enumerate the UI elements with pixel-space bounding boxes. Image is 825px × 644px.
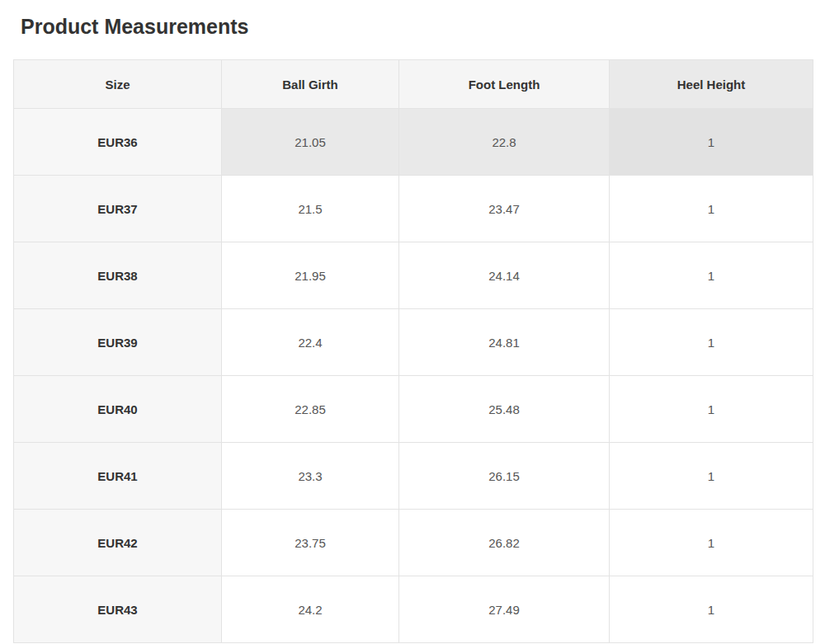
table-row: EUR3621.0522.81 — [14, 109, 813, 176]
ball-girth-cell: 21.05 — [222, 109, 399, 176]
foot-length-cell: 24.14 — [399, 242, 610, 309]
size-cell: EUR43 — [14, 576, 222, 643]
table-row: EUR3721.523.471 — [14, 176, 813, 242]
size-cell: EUR38 — [14, 242, 222, 309]
measurements-table: Size Ball Girth Foot Length Heel Height … — [13, 59, 813, 643]
table-body: EUR3621.0522.81EUR3721.523.471EUR3821.95… — [14, 109, 813, 643]
column-header-foot-length: Foot Length — [399, 60, 610, 109]
column-header-heel-height: Heel Height — [610, 60, 813, 109]
table-row: EUR3922.424.811 — [14, 309, 813, 376]
table-row: EUR4123.326.151 — [14, 443, 813, 510]
foot-length-cell: 26.82 — [399, 510, 610, 576]
table-row: EUR4022.8525.481 — [14, 376, 813, 443]
size-cell: EUR40 — [14, 376, 222, 443]
foot-length-cell: 23.47 — [399, 176, 610, 242]
size-cell: EUR41 — [14, 443, 222, 510]
ball-girth-cell: 21.95 — [222, 242, 399, 309]
heel-height-cell: 1 — [610, 510, 813, 576]
product-measurements-section: Product Measurements Size Ball Girth Foo… — [0, 0, 825, 644]
size-cell: EUR37 — [14, 176, 222, 242]
foot-length-cell: 24.81 — [399, 309, 610, 376]
foot-length-cell: 26.15 — [399, 443, 610, 510]
table-row: EUR3821.9524.141 — [14, 242, 813, 309]
table-row: EUR4223.7526.821 — [14, 510, 813, 576]
size-cell: EUR36 — [14, 109, 222, 176]
table-row: EUR4324.227.491 — [14, 576, 813, 643]
ball-girth-cell: 22.4 — [222, 309, 399, 376]
size-cell: EUR39 — [14, 309, 222, 376]
heel-height-cell: 1 — [610, 576, 813, 643]
heel-height-cell: 1 — [610, 176, 813, 242]
foot-length-cell: 22.8 — [399, 109, 610, 176]
foot-length-cell: 27.49 — [399, 576, 610, 643]
size-cell: EUR42 — [14, 510, 222, 576]
heel-height-cell: 1 — [610, 242, 813, 309]
section-title: Product Measurements — [21, 15, 804, 39]
foot-length-cell: 25.48 — [399, 376, 610, 443]
column-header-ball-girth: Ball Girth — [222, 60, 399, 109]
heel-height-cell: 1 — [610, 443, 813, 510]
heel-height-cell: 1 — [610, 376, 813, 443]
ball-girth-cell: 22.85 — [222, 376, 399, 443]
column-header-size: Size — [14, 60, 222, 109]
ball-girth-cell: 23.75 — [222, 510, 399, 576]
heel-height-cell: 1 — [610, 309, 813, 376]
heel-height-cell: 1 — [610, 109, 813, 176]
header-row: Size Ball Girth Foot Length Heel Height — [14, 60, 813, 109]
ball-girth-cell: 21.5 — [222, 176, 399, 242]
ball-girth-cell: 24.2 — [222, 576, 399, 643]
ball-girth-cell: 23.3 — [222, 443, 399, 510]
